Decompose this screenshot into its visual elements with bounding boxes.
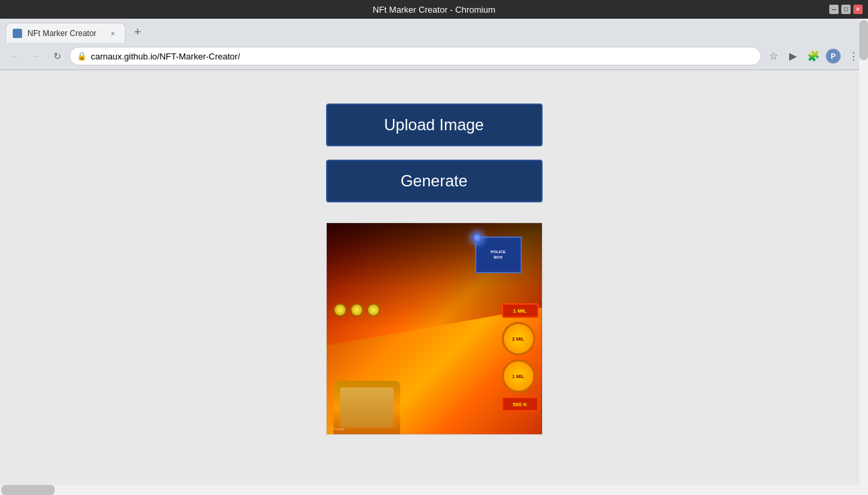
police-box-element: POLICEBOX [475,236,522,273]
scrollbar-bottom[interactable] [0,485,859,495]
maximize-button[interactable]: □ [841,5,851,14]
yellow-circle-3 [367,303,380,317]
lock-icon: 🔒 [77,51,87,61]
browser-chrome: NFt Marker Creator × + ← → ↻ 🔒 carnaux.g… [0,19,868,70]
scrollbar-thumb-horizontal[interactable] [1,485,55,495]
address-bar[interactable]: 🔒 carnaux.github.io/NFT-Marker-Creator/ [69,47,761,65]
yellow-circle-2 [350,303,364,317]
yellow-circle-1 [333,303,347,317]
back-button[interactable]: ← [5,47,24,65]
upload-image-button[interactable]: Upload Image [326,104,543,146]
page-content: Upload Image Generate POLICEBOX 1 MIL 2 … [0,70,868,482]
profile-button[interactable]: P [824,47,843,65]
profile-avatar: P [826,49,841,63]
os-titlebar: NFt Marker Creator - Chromium ─ □ ✕ [0,0,868,19]
score-circle-2: 2 MIL [502,322,535,355]
pinball-image: POLICEBOX 1 MIL 2 MIL 1 MIL 500 K [327,223,542,434]
pinball-bottom-face [333,381,400,434]
tab-close-button[interactable]: × [108,28,118,39]
close-button[interactable]: ✕ [853,5,863,14]
tab-bar: NFt Marker Creator × + [0,19,868,43]
os-titlebar-controls: ─ □ ✕ [829,5,863,14]
minimize-button[interactable]: ─ [829,5,839,14]
forward-button[interactable]: → [27,47,45,65]
preview-image-container: POLICEBOX 1 MIL 2 MIL 1 MIL 500 K [326,222,543,435]
nav-right-buttons: ☆ ▶ 🧩 P ⋮ [764,47,863,65]
generate-button[interactable]: Generate [326,160,543,202]
media-button[interactable]: ▶ [784,47,803,65]
address-text: carnaux.github.io/NFT-Marker-Creator/ [91,51,754,61]
address-path: /NFT-Marker-Creator/ [157,51,240,61]
pinball-scores: 1 MIL 2 MIL 1 MIL 500 K [502,303,539,411]
score-circle-1: 1 MIL [502,359,535,393]
scrollbar-right[interactable] [859,19,868,495]
new-tab-button[interactable]: + [128,23,147,41]
score-badge-500k: 500 K [502,397,539,411]
face-detail [340,387,394,428]
scrollbar-thumb-vertical[interactable] [859,20,868,60]
tab-favicon [13,29,22,38]
nav-bar: ← → ↻ 🔒 carnaux.github.io/NFT-Marker-Cre… [0,43,868,69]
bookmark-button[interactable]: ☆ [764,47,782,65]
extensions-button[interactable]: 🧩 [804,47,823,65]
reload-button[interactable]: ↻ [48,47,67,65]
tab-label: NFt Marker Creator [27,29,102,38]
address-host: carnaux.github.io [91,51,157,61]
watermark: © image [330,427,345,431]
score-badge-1: 1 MIL [502,303,539,318]
pinball-yellow-circles [333,303,380,317]
os-titlebar-title: NFt Marker Creator - Chromium [373,5,495,15]
browser-tab-active[interactable]: NFt Marker Creator × [5,23,126,43]
pinball-light [472,233,482,242]
